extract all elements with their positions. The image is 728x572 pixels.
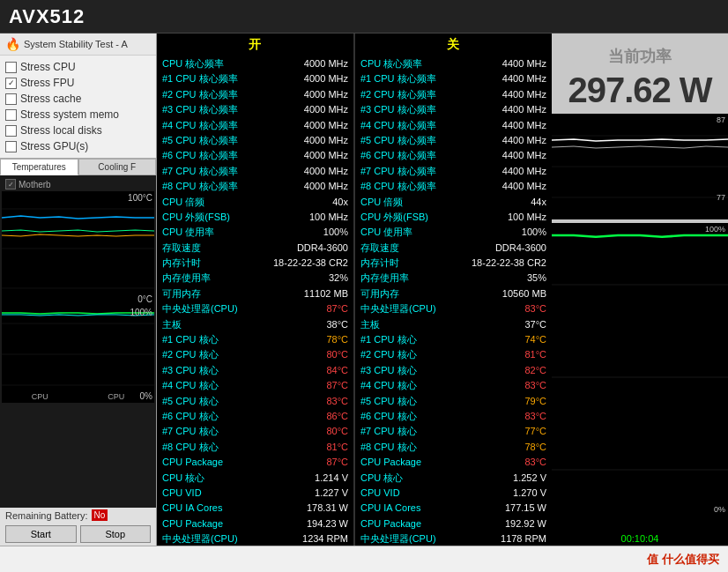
usage-chart-max-label: 100% bbox=[130, 308, 152, 317]
row-value-19: 80°C bbox=[326, 348, 348, 361]
stress-item-cache[interactable]: Stress cache bbox=[0, 91, 156, 107]
stress-cache-checkbox[interactable] bbox=[5, 93, 17, 105]
data-row-14: 内存使用率32% bbox=[160, 271, 350, 286]
row-value-7: 4400 MHz bbox=[502, 165, 546, 178]
data-row-31: 中央处理器(CPU)1178 RPM bbox=[359, 531, 548, 546]
row-label-6: #6 CPU 核心频率 bbox=[360, 149, 502, 162]
tab-temperatures[interactable]: Temperatures bbox=[0, 159, 78, 175]
stress-item-system-mem[interactable]: Stress system memo bbox=[0, 107, 156, 123]
row-label-29: CPU IA Cores bbox=[360, 501, 505, 515]
right-temp-svg bbox=[552, 114, 728, 219]
stress-localdisk-label: Stress local disks bbox=[20, 124, 102, 137]
stress-item-local-disks[interactable]: Stress local disks bbox=[0, 123, 156, 138]
data-row-10: CPU 外频(FSB)100 MHz bbox=[160, 210, 350, 225]
data-row-17: 主板37°C bbox=[359, 317, 548, 332]
data-row-4: #4 CPU 核心频率4400 MHz bbox=[359, 118, 548, 133]
row-label-9: CPU 倍频 bbox=[360, 196, 531, 209]
data-row-0: CPU 核心频率4000 MHz bbox=[160, 56, 350, 71]
row-value-28: 1.270 V bbox=[513, 487, 546, 500]
stress-items-list: Stress CPU Stress FPU Stress cache Stres… bbox=[0, 56, 156, 158]
data-row-14: 内存使用率35% bbox=[359, 271, 548, 286]
data-row-5: #5 CPU 核心频率4400 MHz bbox=[359, 133, 548, 148]
right-usage-chart: 100% 0% bbox=[552, 223, 728, 531]
start-button[interactable]: Start bbox=[5, 525, 77, 543]
row-value-16: 83°C bbox=[524, 302, 546, 316]
temperature-chart: 100°C 0°C bbox=[2, 191, 154, 306]
data-row-21: #4 CPU 核心83°C bbox=[359, 378, 548, 393]
stop-button[interactable]: Stop bbox=[80, 525, 152, 543]
action-buttons: Start Stop bbox=[0, 523, 156, 546]
data-row-30: CPU Package194.23 W bbox=[160, 516, 350, 531]
motherboard-checkbox[interactable] bbox=[5, 179, 16, 189]
row-label-23: #6 CPU 核心 bbox=[162, 410, 326, 423]
stress-fpu-checkbox[interactable] bbox=[5, 78, 17, 89]
stress-localdisk-checkbox[interactable] bbox=[5, 125, 17, 137]
cpu-label-left: CPU bbox=[32, 392, 48, 401]
row-value-22: 79°C bbox=[524, 395, 546, 408]
stress-item-cpu[interactable]: Stress CPU bbox=[0, 59, 156, 75]
sidebar: 🔥 System Stability Test - A Stress CPU S… bbox=[0, 33, 157, 546]
tab-cooling[interactable]: Cooling F bbox=[78, 159, 157, 175]
row-value-21: 83°C bbox=[524, 379, 546, 392]
data-row-0: CPU 核心频率4400 MHz bbox=[359, 56, 548, 71]
data-row-28: CPU VID1.227 V bbox=[160, 486, 350, 501]
stress-cache-label: Stress cache bbox=[20, 93, 81, 105]
data-row-29: CPU IA Cores178.31 W bbox=[160, 501, 350, 516]
row-value-23: 83°C bbox=[524, 410, 546, 423]
row-value-30: 192.92 W bbox=[505, 517, 546, 531]
row-value-8: 4400 MHz bbox=[502, 180, 546, 193]
data-row-10: CPU 外频(FSB)100 MHz bbox=[359, 210, 548, 225]
row-label-7: #7 CPU 核心频率 bbox=[162, 165, 304, 178]
row-label-4: #4 CPU 核心频率 bbox=[360, 119, 502, 132]
row-label-23: #6 CPU 核心 bbox=[360, 410, 524, 423]
row-label-19: #2 CPU 核心 bbox=[162, 348, 326, 361]
row-label-0: CPU 核心频率 bbox=[162, 57, 304, 71]
row-value-13: 18-22-22-38 CR2 bbox=[472, 256, 546, 270]
row-label-13: 内存计时 bbox=[162, 256, 273, 270]
data-row-19: #2 CPU 核心80°C bbox=[160, 347, 350, 362]
row-value-24: 77°C bbox=[524, 425, 546, 438]
row-value-25: 78°C bbox=[524, 441, 546, 454]
row-label-10: CPU 外频(FSB) bbox=[162, 211, 309, 224]
row-value-13: 18-22-22-38 CR2 bbox=[273, 256, 348, 270]
row-label-25: #8 CPU 核心 bbox=[162, 441, 326, 454]
col-on-rows: CPU 核心频率4000 MHz#1 CPU 核心频率4000 MHz#2 CP… bbox=[160, 56, 350, 546]
row-value-25: 81°C bbox=[326, 441, 348, 454]
row-value-26: 87°C bbox=[326, 456, 348, 469]
stress-cpu-checkbox[interactable] bbox=[5, 62, 17, 73]
stress-sysmem-checkbox[interactable] bbox=[5, 109, 17, 121]
row-label-31: 中央处理器(CPU) bbox=[162, 532, 302, 546]
data-row-3: #3 CPU 核心频率4000 MHz bbox=[160, 102, 350, 117]
usage-chart: 100% 0% CPU CPU bbox=[2, 306, 154, 403]
row-value-6: 4000 MHz bbox=[304, 149, 348, 162]
row-label-30: CPU Package bbox=[162, 517, 307, 531]
sidebar-chart-area: Motherb 100°C 0°C bbox=[0, 175, 156, 508]
battery-status: No bbox=[92, 509, 108, 521]
row-label-9: CPU 倍频 bbox=[162, 196, 332, 209]
row-value-18: 74°C bbox=[524, 333, 546, 346]
data-row-11: CPU 使用率100% bbox=[359, 225, 548, 240]
right-usage-svg bbox=[552, 223, 728, 531]
right-usage-min: 0% bbox=[714, 505, 725, 514]
power-label: 当前功率 bbox=[552, 33, 728, 67]
stress-fpu-label: Stress FPU bbox=[20, 77, 74, 89]
data-row-8: #8 CPU 核心频率4000 MHz bbox=[160, 179, 350, 194]
stress-item-fpu[interactable]: Stress FPU bbox=[0, 75, 156, 91]
data-row-18: #1 CPU 核心74°C bbox=[359, 332, 548, 347]
power-value: 297.62 W bbox=[552, 67, 728, 110]
row-value-9: 40x bbox=[332, 196, 348, 209]
data-row-26: CPU Package87°C bbox=[160, 455, 350, 470]
stress-gpu-checkbox[interactable] bbox=[5, 141, 17, 152]
row-label-27: CPU 核心 bbox=[360, 472, 513, 485]
row-value-0: 4400 MHz bbox=[502, 57, 546, 71]
data-row-11: CPU 使用率100% bbox=[160, 225, 350, 240]
data-row-18: #1 CPU 核心78°C bbox=[160, 332, 350, 347]
row-value-3: 4400 MHz bbox=[502, 103, 546, 116]
row-label-12: 存取速度 bbox=[162, 241, 297, 255]
stress-item-gpu[interactable]: Stress GPU(s) bbox=[0, 138, 156, 154]
row-value-15: 11102 MB bbox=[304, 287, 348, 301]
row-value-17: 37°C bbox=[524, 318, 546, 331]
row-label-29: CPU IA Cores bbox=[162, 501, 307, 515]
remaining-battery-label: Remaining Battery: bbox=[5, 510, 88, 521]
data-row-20: #3 CPU 核心84°C bbox=[160, 363, 350, 378]
